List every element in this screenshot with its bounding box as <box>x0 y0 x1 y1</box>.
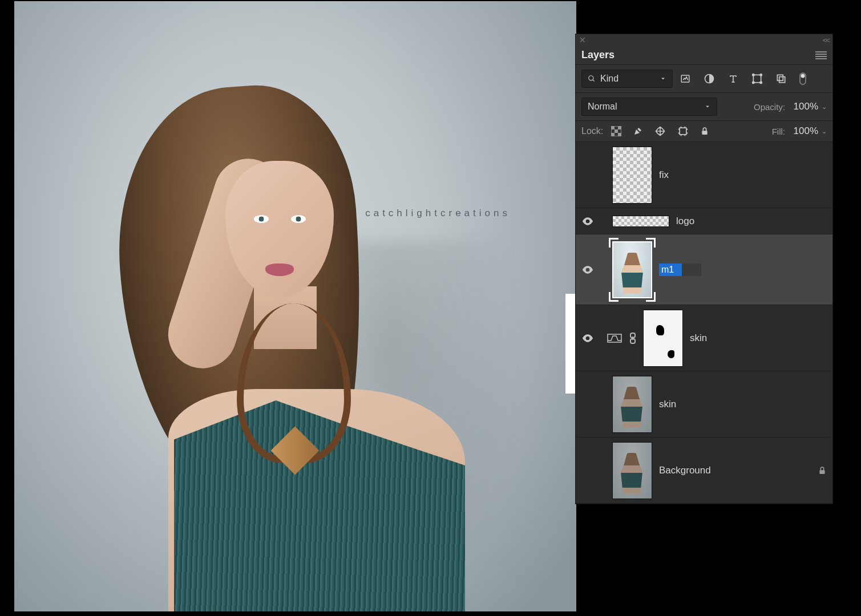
visibility-toggle[interactable] <box>579 266 596 274</box>
blend-row: Normal Opacity: 100% ⌄ <box>576 93 832 121</box>
subject-lips <box>265 264 294 276</box>
layer-mask-thumbnail[interactable] <box>643 310 683 367</box>
layers-list: ◉ fix logo skin <box>576 142 832 504</box>
chevron-down-icon <box>704 103 711 110</box>
visibility-toggle[interactable]: ◉ <box>579 398 596 411</box>
svg-point-11 <box>801 74 805 78</box>
document-canvas-area: catchlightcreations <box>14 0 576 616</box>
layer-row-skin-adj[interactable]: skin <box>576 305 832 371</box>
layer-row-m1[interactable] <box>576 234 832 305</box>
lock-icon[interactable] <box>818 465 827 476</box>
layer-thumbnail[interactable] <box>612 147 652 204</box>
lock-label: Lock: <box>581 126 603 136</box>
watermark-text: catchlightcreations <box>365 208 511 219</box>
svg-rect-16 <box>611 133 615 136</box>
svg-rect-20 <box>608 334 621 342</box>
svg-point-4 <box>753 74 754 76</box>
lock-all-icon[interactable] <box>700 126 709 136</box>
adjustment-layer-icon[interactable] <box>607 333 622 344</box>
svg-point-7 <box>760 82 762 83</box>
layer-thumbnail[interactable] <box>612 442 652 499</box>
filter-toggle-icon[interactable] <box>799 72 806 85</box>
layer-rename-input-wrap <box>659 264 701 276</box>
svg-rect-13 <box>611 126 615 129</box>
fill-value[interactable]: 100% <box>789 125 818 137</box>
close-icon[interactable]: ✕ <box>579 35 586 44</box>
subject-eye-left <box>254 215 269 223</box>
tab-layers[interactable]: Layers <box>581 49 615 61</box>
fill-label: Fill: <box>772 127 785 136</box>
document-canvas[interactable]: catchlightcreations <box>14 1 576 611</box>
layer-thumbnail[interactable] <box>612 216 669 227</box>
layers-panel: ✕ << Layers Kind Normal Opacity: 100% ⌄ <box>576 34 832 504</box>
fill-control: Fill: 100% ⌄ <box>772 125 827 137</box>
svg-point-0 <box>589 76 593 80</box>
layer-thumbnail[interactable] <box>612 376 652 433</box>
svg-rect-9 <box>779 77 785 83</box>
svg-rect-15 <box>615 129 618 133</box>
visibility-toggle[interactable] <box>579 334 596 342</box>
rename-selection-tail <box>682 264 701 276</box>
svg-point-5 <box>760 74 762 76</box>
opacity-label: Opacity: <box>754 102 785 112</box>
lock-transparency-icon[interactable] <box>611 126 621 136</box>
chevron-down-icon[interactable]: ⌄ <box>822 103 827 111</box>
layer-row-skin[interactable]: ◉ skin <box>576 371 832 437</box>
filter-row: Kind <box>576 65 832 93</box>
lock-artboard-icon[interactable] <box>677 125 689 137</box>
chevron-down-icon <box>660 75 666 82</box>
filter-smartobject-icon[interactable] <box>775 73 787 84</box>
blend-mode-dropdown[interactable]: Normal <box>581 98 717 116</box>
svg-rect-23 <box>819 470 824 474</box>
subject-eye-right <box>291 215 306 223</box>
filter-icons <box>680 72 806 85</box>
photo-subject <box>88 75 511 611</box>
lock-icons <box>611 125 709 137</box>
layer-name[interactable]: skin <box>690 333 707 344</box>
layer-row-background[interactable]: ◉ Background <box>576 437 832 504</box>
svg-rect-14 <box>618 126 621 129</box>
search-icon <box>588 75 596 83</box>
lock-position-icon[interactable] <box>654 125 666 137</box>
layer-name[interactable]: Background <box>659 465 711 476</box>
layer-row-logo[interactable]: logo <box>576 208 832 234</box>
layer-name[interactable]: fix <box>659 169 669 181</box>
blend-mode-label: Normal <box>588 102 617 112</box>
svg-rect-18 <box>680 128 686 135</box>
filter-pixel-icon[interactable] <box>680 74 691 84</box>
visibility-toggle[interactable] <box>579 217 596 225</box>
layer-name[interactable]: logo <box>676 216 694 227</box>
svg-point-6 <box>753 82 754 83</box>
chevron-down-icon[interactable]: ⌄ <box>822 128 827 135</box>
layer-rename-input[interactable] <box>659 264 682 276</box>
panel-titlebar[interactable]: ✕ << <box>576 34 832 46</box>
visibility-toggle[interactable]: ◉ <box>579 464 596 477</box>
lock-pixels-icon[interactable] <box>633 126 643 136</box>
svg-rect-8 <box>777 75 783 80</box>
link-icon[interactable] <box>629 333 636 344</box>
svg-rect-19 <box>702 131 708 135</box>
layer-row-fix[interactable]: ◉ fix <box>576 142 832 208</box>
visibility-toggle[interactable]: ◉ <box>579 169 596 181</box>
smartobject-frame-icon <box>612 241 652 298</box>
collapse-icon[interactable]: << <box>823 36 829 44</box>
layer-name[interactable]: skin <box>659 399 676 410</box>
lock-row: Lock: Fill: 100% ⌄ <box>576 121 832 142</box>
opacity-value[interactable]: 100% <box>789 101 818 112</box>
opacity-control: Opacity: 100% ⌄ <box>754 101 827 112</box>
panel-menu-icon[interactable] <box>815 51 827 59</box>
filter-adjustment-icon[interactable] <box>704 73 715 84</box>
svg-rect-3 <box>753 75 761 82</box>
filter-type-icon[interactable] <box>727 73 739 84</box>
filter-shape-icon[interactable] <box>751 73 763 84</box>
filter-kind-dropdown[interactable]: Kind <box>581 70 673 88</box>
filter-kind-label: Kind <box>600 74 619 84</box>
panel-tab-bar: Layers <box>576 46 832 65</box>
svg-rect-17 <box>618 133 621 136</box>
